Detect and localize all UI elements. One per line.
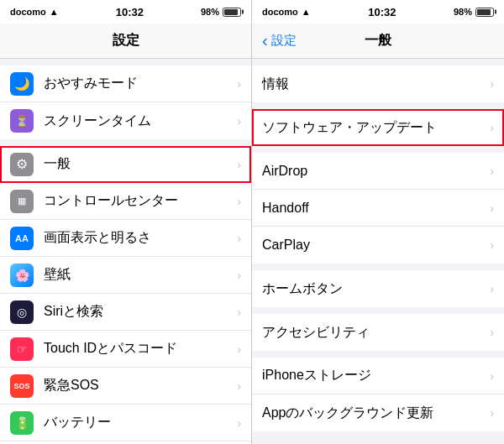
display-chevron: › (237, 232, 241, 245)
background-refresh-chevron: › (490, 406, 494, 420)
siri-label: Siriと検索 (44, 303, 237, 321)
right-section-airdrop: AirDrop › Handoff › CarPlay › (252, 153, 504, 264)
settings-item-general[interactable]: ⚙ 一般 › (0, 146, 251, 183)
left-nav-title: 設定 (113, 32, 139, 50)
airdrop-label: AirDrop (262, 164, 490, 179)
right-nav-bar: ‹ 設定 一般 (252, 24, 504, 59)
control-chevron: › (237, 195, 241, 208)
right-nav-title: 一般 (365, 32, 391, 50)
section-group-2: ⚙ 一般 › ▦ コントロールセンター › AA 画面表示と明るさ › 🌸 壁紙… (0, 146, 251, 444)
right-section-update: ソフトウェア・アップデート › (252, 109, 504, 146)
wallpaper-icon: 🌸 (10, 264, 34, 287)
siri-chevron: › (237, 306, 241, 319)
section-group-1: 🌙 おやすみモード › ⏳ スクリーンタイム › (0, 65, 251, 139)
left-time: 10:32 (116, 6, 144, 18)
battery-chevron: › (237, 416, 241, 430)
wallpaper-label: 壁紙 (44, 266, 237, 284)
settings-item-display[interactable]: AA 画面表示と明るさ › (0, 220, 251, 257)
right-section-accessibility: アクセシビリティ › (252, 314, 504, 351)
right-item-home-button[interactable]: ホームボタン › (252, 270, 504, 307)
right-item-info[interactable]: 情報 › (252, 65, 504, 102)
left-nav-bar: 設定 (0, 24, 251, 59)
carplay-label: CarPlay (262, 238, 490, 253)
left-settings-list: 🌙 おやすみモード › ⏳ スクリーンタイム › ⚙ 一般 › ▦ コントロール… (0, 59, 251, 444)
software-update-label: ソフトウェア・アップデート (262, 119, 490, 137)
general-label: 一般 (44, 155, 237, 173)
sos-chevron: › (237, 379, 241, 393)
iphone-storage-chevron: › (490, 369, 494, 383)
screentime-icon: ⏳ (10, 109, 34, 133)
right-item-iphone-storage[interactable]: iPhoneストレージ › (252, 358, 504, 394)
accessibility-label: アクセシビリティ (262, 324, 490, 342)
right-settings-list: 情報 › ソフトウェア・アップデート › AirDrop › Handoff ›… (252, 59, 504, 444)
right-battery-icon (475, 8, 494, 17)
right-item-carplay[interactable]: CarPlay › (252, 227, 504, 264)
right-item-handoff[interactable]: Handoff › (252, 190, 504, 227)
back-label: 設定 (271, 33, 297, 49)
general-icon: ⚙ (10, 153, 34, 176)
handoff-label: Handoff (262, 201, 490, 216)
airdrop-chevron: › (490, 165, 494, 178)
iphone-storage-label: iPhoneストレージ (262, 367, 490, 384)
right-item-background-refresh[interactable]: Appのバックグラウンド更新 › (252, 394, 504, 431)
right-wifi-icon: ▲ (302, 7, 311, 17)
right-section-storage: iPhoneストレージ › Appのバックグラウンド更新 › (252, 358, 504, 431)
settings-item-sos[interactable]: SOS 緊急SOS › (0, 368, 251, 405)
left-carrier: docomo (10, 7, 46, 17)
general-chevron: › (237, 158, 241, 171)
handoff-chevron: › (490, 201, 494, 215)
settings-item-screentime[interactable]: ⏳ スクリーンタイム › (0, 102, 251, 139)
battery-icon-item: 🔋 (10, 411, 34, 435)
settings-item-control[interactable]: ▦ コントロールセンター › (0, 183, 251, 220)
control-icon: ▦ (10, 190, 34, 213)
left-battery-fill (224, 9, 238, 15)
left-status-left: docomo ▲ (10, 7, 59, 17)
sleep-label: おやすみモード (44, 75, 237, 92)
right-section-home: ホームボタン › (252, 270, 504, 307)
right-status-bar: docomo ▲ 10:32 98% (252, 0, 504, 24)
software-update-chevron: › (490, 121, 494, 134)
right-panel: docomo ▲ 10:32 98% ‹ 設定 一般 情報 › (252, 0, 504, 444)
right-section-info: 情報 › (252, 65, 504, 102)
sleep-icon: 🌙 (10, 72, 34, 96)
info-label: 情報 (262, 76, 490, 93)
sleep-chevron: › (237, 77, 241, 91)
left-battery-icon (223, 8, 241, 17)
right-item-accessibility[interactable]: アクセシビリティ › (252, 314, 504, 351)
wallpaper-chevron: › (237, 269, 241, 282)
settings-item-sleep[interactable]: 🌙 おやすみモード › (0, 65, 251, 102)
settings-item-battery[interactable]: 🔋 バッテリー › (0, 405, 251, 441)
left-panel: docomo ▲ 10:32 98% 設定 🌙 おやすみモード › ⏳ スクリー… (0, 0, 252, 444)
back-button[interactable]: ‹ 設定 (262, 31, 297, 50)
display-label: 画面表示と明るさ (44, 229, 237, 247)
right-battery-percent: 98% (454, 7, 472, 17)
touchid-chevron: › (237, 342, 241, 356)
sos-label: 緊急SOS (44, 377, 237, 394)
left-status-bar: docomo ▲ 10:32 98% (0, 0, 251, 24)
left-status-right: 98% (201, 7, 241, 17)
home-button-label: ホームボタン (262, 280, 490, 298)
back-chevron-icon: ‹ (262, 31, 268, 50)
screentime-chevron: › (237, 114, 241, 128)
left-wifi-icon: ▲ (50, 7, 59, 17)
siri-icon: ◎ (10, 300, 34, 324)
sos-icon: SOS (10, 374, 34, 398)
touchid-icon: ☞ (10, 337, 34, 361)
display-icon: AA (10, 227, 34, 250)
right-item-software-update[interactable]: ソフトウェア・アップデート › (252, 109, 504, 146)
settings-item-siri[interactable]: ◎ Siriと検索 › (0, 294, 251, 331)
right-time: 10:32 (368, 6, 396, 18)
background-refresh-label: Appのバックグラウンド更新 (262, 405, 490, 422)
accessibility-chevron: › (490, 326, 494, 339)
control-label: コントロールセンター (44, 192, 237, 210)
home-button-chevron: › (490, 282, 494, 295)
carplay-chevron: › (490, 238, 494, 252)
right-status-right: 98% (454, 7, 494, 17)
settings-item-wallpaper[interactable]: 🌸 壁紙 › (0, 257, 251, 294)
settings-item-touchid[interactable]: ☞ Touch IDとパスコード › (0, 331, 251, 368)
battery-label: バッテリー (44, 414, 237, 431)
right-battery-fill (477, 9, 491, 15)
right-item-airdrop[interactable]: AirDrop › (252, 153, 504, 190)
touchid-label: Touch IDとパスコード (44, 340, 237, 358)
left-battery-percent: 98% (201, 7, 219, 17)
